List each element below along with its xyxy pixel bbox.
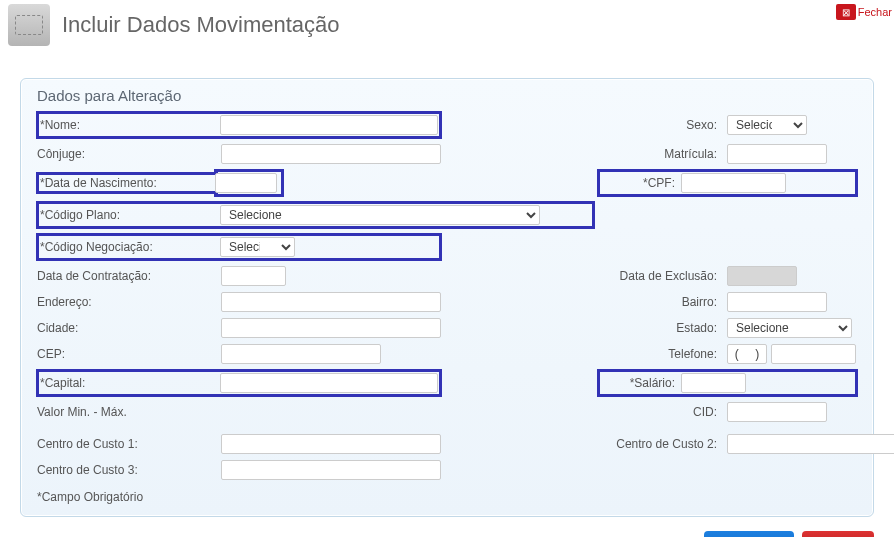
- telefone-field[interactable]: [771, 344, 856, 364]
- data-exclusao-field: [727, 266, 797, 286]
- data-contratacao-field[interactable]: [221, 266, 286, 286]
- label-capital: *Capital:: [40, 376, 220, 390]
- codigo-plano-select[interactable]: Selecione: [220, 205, 540, 225]
- telefone-ddd-field[interactable]: [727, 344, 767, 364]
- label-centro-custo-2: Centro de Custo 2:: [598, 437, 723, 451]
- centro-custo-2-field[interactable]: [727, 434, 894, 454]
- label-cid: CID:: [598, 405, 723, 419]
- capital-field[interactable]: [220, 373, 438, 393]
- label-endereco: Endereço:: [37, 295, 217, 309]
- label-sexo: Sexo:: [598, 118, 723, 132]
- label-centro-custo-1: Centro de Custo 1:: [37, 437, 217, 451]
- cid-field[interactable]: [727, 402, 827, 422]
- label-cep: CEP:: [37, 347, 217, 361]
- label-centro-custo-3: Centro de Custo 3:: [37, 463, 217, 477]
- label-data-nascimento: *Data de Nascimento:: [40, 176, 215, 190]
- label-matricula: Matrícula:: [598, 147, 723, 161]
- label-cpf: *CPF:: [601, 176, 681, 190]
- centro-custo-3-field[interactable]: [221, 460, 441, 480]
- form-icon: [15, 15, 43, 35]
- panel-title: Dados para Alteração: [37, 87, 857, 104]
- page-header: Incluir Dados Movimentação ⊠ Fechar: [0, 0, 894, 58]
- centro-custo-1-field[interactable]: [221, 434, 441, 454]
- estado-select[interactable]: Selecione: [727, 318, 852, 338]
- cep-field[interactable]: [221, 344, 381, 364]
- salario-field[interactable]: [681, 373, 746, 393]
- label-valor-min-max: Valor Min. - Máx.: [37, 405, 217, 419]
- label-codigo-plano: *Código Plano:: [40, 208, 220, 222]
- conjuge-field[interactable]: [221, 144, 441, 164]
- label-cidade: Cidade:: [37, 321, 217, 335]
- page-title: Incluir Dados Movimentação: [62, 12, 340, 38]
- cpf-field[interactable]: [681, 173, 786, 193]
- form-panel: Dados para Alteração *Nome: Sexo: Seleci…: [20, 78, 874, 517]
- sexo-select[interactable]: Selecione: [727, 115, 807, 135]
- bairro-field[interactable]: [727, 292, 827, 312]
- label-telefone: Telefone:: [598, 347, 723, 361]
- codigo-negociacao-select[interactable]: Selecione: [220, 237, 295, 257]
- label-conjuge: Cônjuge:: [37, 147, 217, 161]
- close-button[interactable]: Fechar: [802, 531, 874, 537]
- matricula-field[interactable]: [727, 144, 827, 164]
- endereco-field[interactable]: [221, 292, 441, 312]
- label-codigo-negociacao: *Código Negociação:: [40, 240, 220, 254]
- label-data-exclusao: Data de Exclusão:: [598, 269, 723, 283]
- close-icon[interactable]: ⊠: [836, 4, 856, 20]
- cidade-field[interactable]: [221, 318, 441, 338]
- label-nome: *Nome:: [40, 118, 220, 132]
- label-data-contratacao: Data de Contratação:: [37, 269, 217, 283]
- data-nascimento-field[interactable]: [215, 173, 277, 193]
- page-header-icon: [8, 4, 50, 46]
- header-close-group: ⊠ Fechar: [836, 4, 892, 20]
- footer-actions: Confirmar Fechar: [0, 523, 894, 537]
- close-link[interactable]: Fechar: [858, 6, 892, 18]
- label-estado: Estado:: [598, 321, 723, 335]
- nome-field[interactable]: [220, 115, 438, 135]
- label-obrigatorio: *Campo Obrigatório: [37, 490, 857, 504]
- label-bairro: Bairro:: [598, 295, 723, 309]
- label-salario: *Salário:: [601, 376, 681, 390]
- confirm-button[interactable]: Confirmar: [704, 531, 793, 537]
